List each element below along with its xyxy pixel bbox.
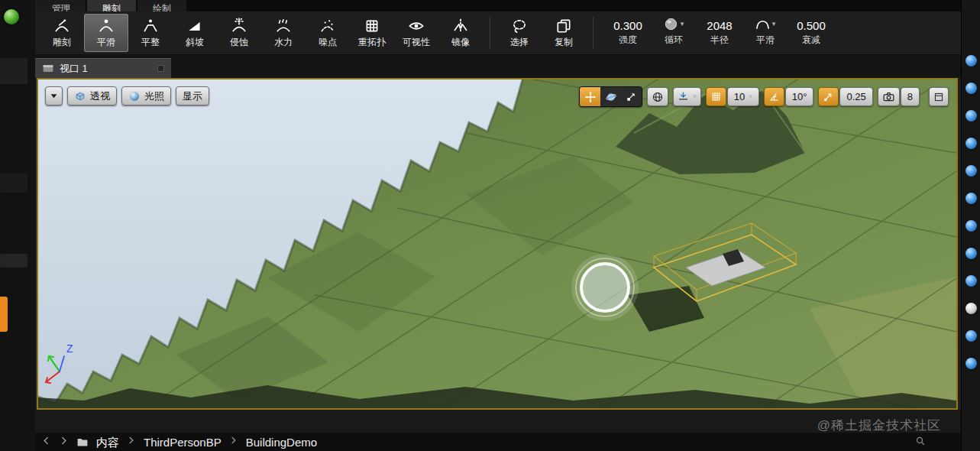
left-dock-block [0,173,27,193]
setting-strength[interactable]: 0.300强度 [611,19,645,47]
tool-button-flatten[interactable]: 平整 [128,14,173,52]
status-orb-icon[interactable] [4,9,19,24]
content-browser-bar: 内容 ThirdPersonBP BuildingDemo [35,433,961,451]
tool-button-mirror[interactable]: 镜像 [438,14,483,52]
maximize-icon [933,92,944,102]
panel-tab-icon[interactable] [965,165,977,177]
show-button-label: 显示 [183,89,202,103]
tool-button-select[interactable]: 选择 [497,14,542,52]
panel-tab-icon[interactable] [965,83,977,94]
left-dock-active-tab[interactable] [0,297,8,332]
viewport-3d[interactable]: Z 透视光照显示 [37,78,958,410]
setting-falloff[interactable]: ▾平滑 [749,17,782,47]
breadcrumb-item[interactable]: ThirdPersonBP [144,436,222,449]
forward-icon[interactable] [59,436,69,446]
panel-tab-icon[interactable] [965,275,977,287]
search-icon[interactable] [915,436,926,446]
terrain-scene[interactable]: Z [38,79,956,408]
mode-tab-label: 雕刻 [102,3,121,11]
scale-snap-value-button[interactable]: 0.25 [839,87,872,106]
panel-tab-icon[interactable] [965,220,977,232]
scale-snap-toggle-button[interactable] [818,87,839,106]
back-icon[interactable] [41,436,51,446]
panel-tab-icon[interactable] [965,330,977,342]
setting-decay[interactable]: 0.500衰减 [794,19,828,47]
left-dock-strip [0,0,35,451]
show-button[interactable]: 显示 [176,86,209,105]
chevron-right-icon [127,436,136,445]
hydro-icon [275,18,292,34]
camera-speed-button[interactable] [878,87,900,106]
mode-tab-manage[interactable]: 管理 [37,0,86,11]
setting-value[interactable]: 0.500 [797,19,826,32]
tool-button-ramp[interactable]: 斜坡 [173,14,217,52]
tool-label: 噪点 [319,36,337,49]
setting-value[interactable]: 0.300 [613,19,642,32]
panel-tab-icon[interactable] [965,138,977,149]
viewport-options-button[interactable] [45,86,63,105]
mode-tab-sculpt[interactable]: 雕刻 [87,0,136,11]
perspective-button[interactable]: 透视 [67,86,117,105]
tool-button-smooth[interactable]: 平滑 [84,14,128,52]
viewport-tab[interactable]: 视口 1 [35,58,171,78]
rotation-snap-toggle-button[interactable] [764,87,784,106]
lit-button[interactable]: 光照 [121,86,171,105]
rotation-snap-value: 10° [792,91,807,102]
setting-loop[interactable]: ▾循环 [657,17,691,47]
tab-close-icon[interactable] [157,65,164,72]
panel-tab-icon[interactable] [965,358,977,369]
rotation-snap-value-button[interactable]: 10° [785,87,814,106]
grid-snap-value-button[interactable]: 10▾ [727,87,759,106]
perspective-icon [74,90,86,102]
setting-radius[interactable]: 2048半径 [703,19,736,47]
dropdown-caret-icon: ▾ [681,21,684,28]
setting-label: 循环 [665,34,683,47]
panel-tab-icon[interactable] [965,303,977,314]
move-tool-button[interactable] [580,87,600,106]
retopo-icon [364,18,380,34]
noise-icon [319,18,336,34]
dropdown-caret-icon: ▾ [693,93,697,100]
tool-button-erosion[interactable]: 侵蚀 [217,14,261,52]
camera-speed-value-button[interactable]: 8 [901,87,920,106]
breadcrumb-item[interactable]: BuildingDemo [246,436,317,449]
panel-tab-icon[interactable] [965,248,977,259]
tool-button-visibility[interactable]: 可视性 [394,14,438,52]
chevron-down-icon [50,92,58,100]
surface-snap-button[interactable]: ▾ [673,87,701,106]
tool-button-hydro[interactable]: 水力 [261,14,306,52]
erosion-icon [231,18,247,34]
tool-button-noise[interactable]: 噪点 [306,14,350,52]
panel-tab-icon[interactable] [965,55,977,67]
mode-tab-paint[interactable]: 绘制 [137,0,186,11]
tool-button-sculpt[interactable]: 雕刻 [40,14,84,52]
loop-sphere-icon [664,17,678,31]
setting-label: 半径 [710,34,729,47]
viewport-toolbar-right: ▾ 10▾ 10° 0.25 8 [579,86,949,107]
brush-settings: 0.300强度▾循环2048半径▾平滑0.500衰减 [611,17,828,50]
rotate-tool-button[interactable] [600,87,621,106]
grid-snap-toggle-button[interactable] [706,87,726,106]
panel-tab-icon[interactable] [965,110,977,122]
panel-tab-icon[interactable] [965,193,977,204]
tool-button-copy[interactable]: 复制 [542,14,586,52]
setting-value[interactable]: 2048 [707,19,732,32]
angle-snap-icon [768,91,780,102]
dropdown-caret-icon: ▾ [772,21,776,28]
tool-label: 侵蚀 [230,36,248,49]
scale-tool-button[interactable] [621,87,642,106]
world-space-toggle-button[interactable] [647,87,668,106]
landscape-mode-tabs: 管理雕刻绘制 [37,0,961,11]
surface-snap-icon [678,91,689,102]
setting-dropdown: ▾ [664,17,684,32]
setting-label: 衰减 [802,34,820,47]
toolbar-separator [490,17,490,49]
grid-snap-value: 10 [734,91,745,102]
sculpt-toolbar: 雕刻平滑平整斜坡侵蚀水力噪点重拓扑可视性镜像选择复制 0.300强度▾循环204… [35,11,961,55]
maximize-viewport-button[interactable] [929,87,949,106]
lit-icon [128,90,141,102]
transform-gizmo-group [579,86,642,107]
breadcrumb-root[interactable]: 内容 [96,436,119,450]
tool-button-retopo[interactable]: 重拓扑 [350,14,394,52]
tool-label: 平整 [141,36,160,49]
